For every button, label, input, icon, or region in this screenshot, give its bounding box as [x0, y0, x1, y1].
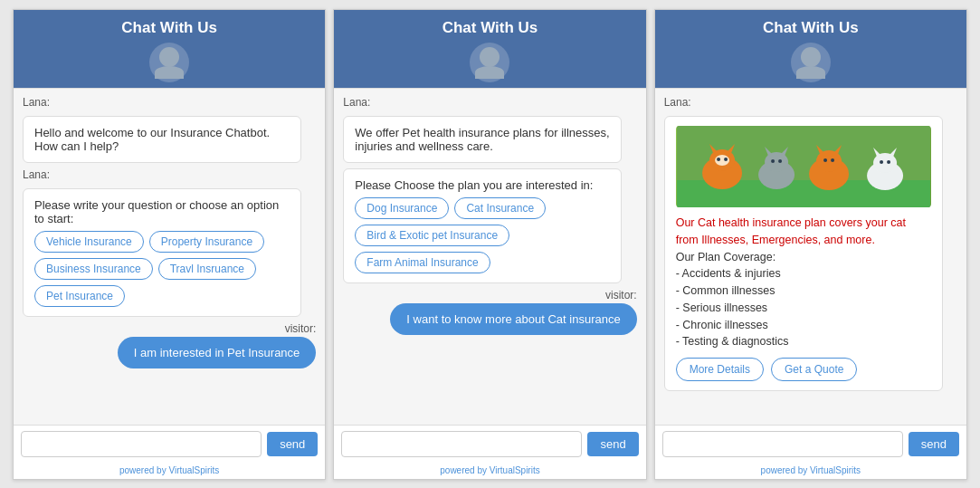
bot-text-2b: Please Choose the plan you are intereste…: [355, 178, 610, 192]
coverage-item-4: - Chronic illnesses: [676, 319, 768, 331]
avatar-1: [149, 43, 189, 82]
visitor-bubble-1: I am interested in Pet Insurance: [118, 337, 317, 368]
chat-header-2: Chat With Us: [334, 10, 645, 88]
bot-bubble-1b: Please write your question or choose an …: [23, 188, 301, 317]
chat-footer-3: send: [655, 426, 966, 463]
coverage-item-1: - Accidents & injuries: [676, 267, 781, 280]
coverage-line1: Our Cat health insurance plan covers you…: [676, 216, 906, 246]
lana-label-1b: Lana:: [23, 168, 316, 181]
chat-body-1[interactable]: Lana: Hello and welcome to our Insurance…: [14, 88, 325, 426]
option-bird[interactable]: Bird & Exotic pet Insurance: [355, 225, 509, 246]
header-title-3: Chat With Us: [763, 19, 859, 37]
lana-label-3: Lana:: [664, 96, 957, 109]
cat-image: [676, 126, 931, 207]
option-vehicle[interactable]: Vehicle Insurance: [34, 231, 144, 253]
svg-point-24: [831, 158, 834, 162]
bot-text-2a1: We offer Pet health insurance plans for …: [355, 126, 609, 153]
bot-text-1b: Please write your question or choose an …: [34, 198, 290, 225]
svg-point-25: [880, 160, 883, 164]
powered-by-3: powered by VirtualSpirits: [655, 463, 966, 479]
powered-by-2: powered by VirtualSpirits: [334, 463, 645, 479]
visitor-row-2: visitor: I want to know more about Cat i…: [343, 289, 636, 335]
coverage-title: Our Plan Coverage:: [676, 251, 775, 263]
avatar-2: [470, 43, 509, 82]
option-property[interactable]: Property Insurance: [149, 231, 264, 253]
option-pet[interactable]: Pet Insurance: [34, 285, 125, 307]
chat-input-3[interactable]: [662, 431, 903, 457]
header-title-2: Chat With Us: [442, 19, 538, 37]
option-farm[interactable]: Farm Animal Insurance: [355, 252, 490, 273]
svg-point-26: [887, 160, 890, 164]
get-quote-button[interactable]: Get a Quote: [771, 358, 857, 381]
coverage-item-2: - Common illnesses: [676, 284, 775, 297]
send-button-2[interactable]: send: [587, 432, 638, 456]
avatar-3: [791, 43, 831, 82]
chat-widget-2: Chat With Us Lana: We offer Pet health i…: [333, 9, 646, 480]
chat-widget-3: Chat With Us Lana:: [654, 9, 967, 480]
send-button-3[interactable]: send: [909, 432, 959, 456]
option-travel[interactable]: Travl Insruance: [158, 258, 256, 280]
bot-bubble-1a: Hello and welcome to our Insurance Chatb…: [23, 116, 301, 163]
coverage-text: Our Cat health insurance plan covers you…: [676, 215, 931, 350]
header-title-1: Chat With Us: [121, 19, 217, 37]
visitor-bubble-2: I want to know more about Cat insurance: [390, 303, 636, 335]
option-business[interactable]: Business Insurance: [34, 258, 153, 280]
chat-input-1[interactable]: [21, 431, 262, 457]
svg-point-23: [823, 158, 827, 162]
chat-widget-1: Chat With Us Lana: Hello and welcome to …: [13, 9, 326, 480]
svg-point-20: [724, 158, 728, 161]
chat-footer-1: send: [14, 426, 325, 463]
send-button-1[interactable]: send: [267, 432, 318, 456]
chat-body-2[interactable]: Lana: We offer Pet health insurance plan…: [334, 88, 645, 426]
coverage-item-5: - Testing & diagnostics: [676, 335, 789, 348]
bot-bubble-2b: Please Choose the plan you are intereste…: [343, 168, 622, 283]
svg-point-19: [717, 158, 720, 161]
chat-footer-2: send: [334, 426, 645, 463]
chat-body-3[interactable]: Lana:: [655, 88, 966, 426]
option-dog[interactable]: Dog Insurance: [355, 197, 449, 219]
svg-point-22: [778, 159, 782, 163]
option-buttons-1: Vehicle Insurance Property Insurance Bus…: [34, 231, 290, 307]
visitor-label-2: visitor:: [605, 289, 637, 301]
bot-bubble-3: Our Cat health insurance plan covers you…: [664, 116, 943, 391]
powered-by-1: powered by VirtualSpirits: [14, 463, 325, 479]
chat-input-2[interactable]: [341, 431, 582, 457]
chat-header-3: Chat With Us: [655, 10, 966, 88]
more-details-button[interactable]: More Details: [676, 358, 764, 381]
option-cat[interactable]: Cat Insurance: [454, 197, 546, 219]
chat-header-1: Chat With Us: [14, 10, 325, 88]
visitor-row-1: visitor: I am interested in Pet Insuranc…: [23, 322, 316, 368]
bot-text-1a: Hello and welcome to our Insurance Chatb…: [34, 126, 270, 153]
coverage-item-3: - Serious illnesses: [676, 301, 767, 314]
visitor-label-1: visitor:: [285, 322, 317, 335]
action-buttons: More Details Get a Quote: [676, 358, 931, 381]
option-buttons-2: Dog Insurance Cat Insurance Bird & Exoti…: [355, 197, 610, 273]
lana-label-2: Lana:: [343, 96, 636, 109]
bot-bubble-2a: We offer Pet health insurance plans for …: [343, 116, 622, 163]
svg-point-21: [771, 159, 775, 163]
lana-label-1: Lana:: [23, 96, 316, 109]
